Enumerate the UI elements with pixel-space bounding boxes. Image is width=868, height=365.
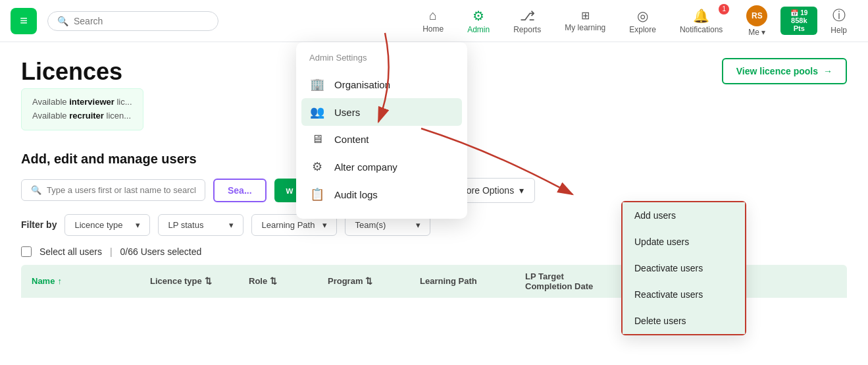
admin-dropdown: Admin Settings 🏢 Organisation 👥 Users 🖥 … [296,42,467,219]
col-role[interactable]: Role ⇅ [249,271,328,291]
gear-icon: ⚙ [472,8,484,24]
nav-items: ⌂ Home ⚙ Admin ⎇ Reports ⊞ My learning ◎… [412,3,857,40]
teams-label: Team(s) [355,220,386,230]
lp-status-chevron: ▾ [229,220,234,230]
col-learning-path-label: Learning Path [420,276,477,286]
col-role-label: Role [249,276,267,286]
learning-path-label: Learning Path [261,220,315,230]
home-icon: ⌂ [429,8,437,23]
bulk-reactivate-users[interactable]: Reactivate users [623,281,745,308]
licence-type-chevron: ▾ [136,220,140,230]
nav-item-my-learning[interactable]: ⊞ My learning [554,7,616,35]
select-all-checkbox[interactable] [21,246,32,257]
view-licence-pools-button[interactable]: View licence pools → [722,58,847,84]
deactivate-users-label: Deactivate users [634,263,703,273]
search-users-input[interactable] [47,185,195,195]
search-users-icon: 🔍 [31,185,41,195]
nav-label-admin: Admin [467,25,490,34]
content-icon: 🖥 [309,132,325,146]
name-sort-icon: ↑ [57,276,62,286]
licence-type-sort-icon: ⇅ [205,276,212,286]
bulk-delete-users[interactable]: Delete users [623,308,745,314]
col-lp-target-label: LP TargetCompletion Date [525,271,593,291]
pts-label: Pts [794,24,805,32]
nav-item-me[interactable]: RS Me ▾ [736,3,778,40]
nav-label-my-learning: My learning [565,23,605,32]
notifications-icon: 🔔 [693,8,709,24]
nav-item-home[interactable]: ⌂ Home [412,5,454,36]
nav-item-admin[interactable]: ⚙ Admin [457,5,500,37]
filter-licence-type[interactable]: Licence type ▾ [64,214,150,236]
logo-symbol: ≡ [20,13,28,28]
available-info: Available interviewer lic... Available r… [21,88,143,130]
col-licence-type[interactable]: Licence type ⇅ [150,271,249,291]
bulk-add-users[interactable]: Add users [623,202,745,229]
selected-count: 0/66 Users selected [120,246,202,257]
admin-menu-alter-company[interactable]: ⚙ Alter company [296,153,467,181]
help-icon: ⓘ [832,7,846,24]
global-search-bar[interactable]: 🔍 [47,11,218,31]
search-icon: 🔍 [57,16,68,26]
col-program-label: Program [328,276,363,286]
admin-menu-audit-logs[interactable]: 📋 Audit logs [296,181,467,208]
lp-status-label: LP status [168,220,203,230]
search-users-bar[interactable]: 🔍 [21,179,205,201]
nav-item-help[interactable]: ⓘ Help [820,4,857,38]
chevron-down-icon: ▾ [519,185,524,196]
nav-item-explore[interactable]: ◎ Explore [619,5,667,37]
nav-item-reports[interactable]: ⎇ Reports [503,5,551,37]
bulk-update-users[interactable]: Update users [623,229,745,255]
bulk-options-dropdown: Add users Update users Deactivate users … [621,201,746,314]
col-learning-path: Learning Path [420,271,525,291]
col-name[interactable]: Name ↑ [32,271,150,291]
divider: | [110,246,113,257]
admin-label-users: Users [334,107,360,118]
admin-label-content: Content [334,134,369,145]
nav-item-notifications[interactable]: 🔔 1 Notifications [669,5,733,37]
top-nav: ≡ 🔍 ⌂ Home ⚙ Admin ⎇ Reports ⊞ My learni… [0,0,868,42]
explore-icon: ◎ [637,8,648,24]
admin-label-organisation: Organisation [334,79,390,90]
admin-label-audit-logs: Audit logs [334,189,378,200]
arrow-right-icon: → [823,66,832,76]
nav-label-reports: Reports [513,25,541,34]
licence-type-label: Licence type [74,220,122,230]
audit-logs-icon: 📋 [309,187,325,202]
bulk-deactivate-users[interactable]: Deactivate users [623,255,745,281]
update-users-label: Update users [634,237,689,247]
add-users-label: Add users [634,210,676,221]
admin-menu-organisation[interactable]: 🏢 Organisation [296,70,467,98]
filter-lp-status[interactable]: LP status ▾ [158,214,243,236]
col-licence-type-label: Licence type [150,276,202,286]
nav-label-help: Help [830,26,847,35]
alter-company-icon: ⚙ [309,159,325,174]
teams-chevron: ▾ [416,220,421,230]
logo[interactable]: ≡ [11,8,37,34]
nav-label-me: Me ▾ [748,28,765,37]
my-learning-icon: ⊞ [581,9,590,22]
search-btn-label: Sea... [228,185,252,196]
nav-label-home: Home [422,24,444,34]
page-title: Licences [21,58,143,86]
admin-menu-users[interactable]: 👥 Users [301,98,462,126]
col-program[interactable]: Program ⇅ [328,271,420,291]
organisation-icon: 🏢 [309,77,325,92]
pts-badge[interactable]: 📅 19 858k Pts [780,7,817,35]
program-sort-icon: ⇅ [365,276,372,286]
nav-label-explore: Explore [629,25,656,34]
nav-label-notifications: Notifications [680,25,723,34]
view-pools-label: View licence pools [736,66,818,76]
user-avatar: RS [746,5,767,26]
admin-label-alter-company: Alter company [334,161,397,173]
select-all-label: Select all users [39,246,102,257]
admin-menu-content[interactable]: 🖥 Content [296,126,467,153]
pts-day: 📅 19 [790,9,807,16]
global-search-input[interactable] [74,16,209,26]
notifications-badge: 1 [719,4,729,14]
admin-dropdown-title: Admin Settings [296,53,467,70]
filter-by-label: Filter by [21,219,57,230]
search-button[interactable]: Sea... [213,179,267,202]
col-name-label: Name [32,276,55,286]
learning-path-chevron: ▾ [322,220,327,230]
reports-icon: ⎇ [520,8,535,24]
